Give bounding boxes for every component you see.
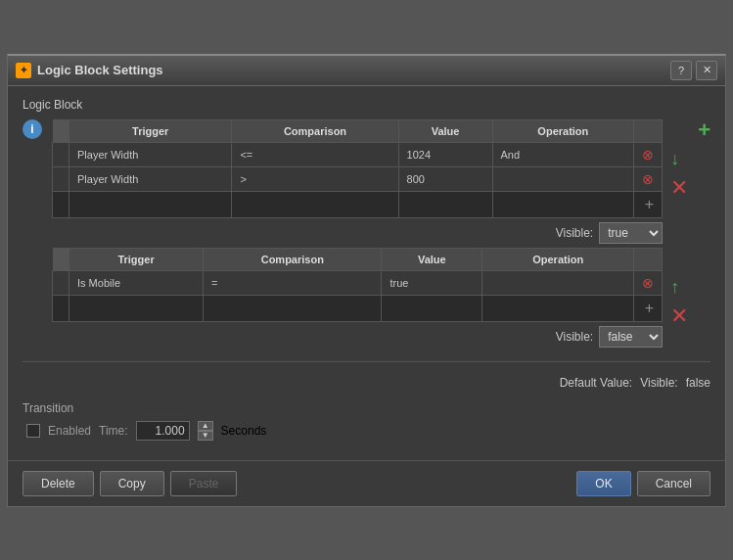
col-comparison-2: Comparison xyxy=(204,248,382,270)
close-button[interactable]: ✕ xyxy=(696,61,717,80)
table-row: Is Mobile = true ⊗ xyxy=(53,270,663,295)
block1-row: Trigger Comparison Value Operation xyxy=(52,119,688,248)
block1-table: Trigger Comparison Value Operation xyxy=(52,119,663,218)
table-row: Player Width <= 1024 And ⊗ xyxy=(53,142,663,166)
delete-block-button-1[interactable]: ✕ xyxy=(670,175,688,201)
add-row: + xyxy=(53,191,663,217)
divider xyxy=(23,361,710,362)
col-trigger-1: Trigger xyxy=(69,119,232,142)
row-handle[interactable] xyxy=(53,166,69,191)
footer-buttons: Delete Copy Paste OK Cancel xyxy=(8,460,725,506)
col-value-1: Value xyxy=(398,119,492,142)
top-row: i Trigger Comparison Value xyxy=(23,119,710,351)
add-row-button[interactable]: + xyxy=(634,191,663,217)
app-icon: ✦ xyxy=(16,63,31,78)
add-row-button[interactable]: + xyxy=(634,295,663,321)
transition-label: Transition xyxy=(23,401,710,415)
block2-table: Trigger Comparison Value Operation xyxy=(52,248,663,322)
remove-row-button[interactable]: ⊗ xyxy=(634,142,663,166)
operation-cell xyxy=(492,166,634,191)
visible-label-2: Visible: xyxy=(556,330,593,344)
spin-up-button[interactable]: ▲ xyxy=(198,421,213,431)
block1-container: Trigger Comparison Value Operation xyxy=(52,119,663,248)
copy-button[interactable]: Copy xyxy=(100,471,164,496)
footer-right: OK Cancel xyxy=(576,471,710,496)
default-visible-value: false xyxy=(686,376,710,390)
spin-down-button[interactable]: ▼ xyxy=(198,431,213,441)
time-label: Time: xyxy=(99,424,128,438)
paste-button[interactable]: Paste xyxy=(170,471,238,496)
delete-block-button-2[interactable]: ✕ xyxy=(670,303,688,329)
comparison-cell: = xyxy=(204,270,382,295)
transition-section: Transition Enabled Time: ▲ ▼ Seconds xyxy=(23,401,710,441)
visible-select-1[interactable]: true false xyxy=(599,222,663,244)
operation-cell xyxy=(482,270,634,295)
default-value-row: Default Value: Visible: false xyxy=(23,372,710,394)
remove-row-button[interactable]: ⊗ xyxy=(634,270,663,295)
comparison-cell: <= xyxy=(232,142,398,166)
trigger-cell: Player Width xyxy=(69,142,232,166)
title-bar-left: ✦ Logic Block Settings xyxy=(16,63,163,78)
move-up-button-2[interactable]: ↑ xyxy=(670,277,688,298)
value-cell: 1024 xyxy=(398,142,492,166)
block2-side-controls: ↑ ✕ xyxy=(670,248,688,329)
col-operation-2: Operation xyxy=(482,248,634,270)
block2-container: Trigger Comparison Value Operation xyxy=(52,248,663,351)
visible-select-2[interactable]: true false xyxy=(599,326,663,348)
row-handle[interactable] xyxy=(53,142,69,166)
title-bar-buttons: ? ✕ xyxy=(670,61,717,80)
operation-cell: And xyxy=(492,142,634,166)
block2-row: Trigger Comparison Value Operation xyxy=(52,248,688,351)
enabled-checkbox[interactable] xyxy=(26,424,40,438)
content-area: Logic Block i Trigger Compariso xyxy=(8,86,725,452)
col-comparison-1: Comparison xyxy=(232,119,398,142)
remove-row-button[interactable]: ⊗ xyxy=(634,166,663,191)
block1-side-controls: ↓ ✕ xyxy=(670,119,688,201)
trigger-cell: Is Mobile xyxy=(69,270,204,295)
ok-button[interactable]: OK xyxy=(576,471,630,496)
time-spinner: ▲ ▼ xyxy=(198,421,213,441)
logic-block-settings-dialog: ✦ Logic Block Settings ? ✕ Logic Block i xyxy=(7,54,726,507)
default-value-label: Default Value: xyxy=(560,376,633,390)
value-cell: 800 xyxy=(398,166,492,191)
default-visible-label: Visible: xyxy=(640,376,677,390)
col-trigger-2: Trigger xyxy=(69,248,204,270)
seconds-label: Seconds xyxy=(221,424,267,438)
table-row: Player Width > 800 ⊗ xyxy=(53,166,663,191)
cancel-button[interactable]: Cancel xyxy=(637,471,710,496)
transition-row: Enabled Time: ▲ ▼ Seconds xyxy=(23,421,710,441)
footer-left: Delete Copy Paste xyxy=(23,471,237,496)
col-value-2: Value xyxy=(382,248,482,270)
info-icon[interactable]: i xyxy=(23,119,42,139)
comparison-cell: > xyxy=(232,166,398,191)
dialog-title: Logic Block Settings xyxy=(37,63,163,77)
trigger-cell: Player Width xyxy=(69,166,232,191)
block2-controls: Visible: true false xyxy=(52,322,663,351)
visible-label-1: Visible: xyxy=(556,226,593,240)
move-down-button-1[interactable]: ↓ xyxy=(670,149,688,169)
section-label: Logic Block xyxy=(23,98,710,112)
row-handle[interactable] xyxy=(53,270,69,295)
time-input[interactable] xyxy=(136,421,190,441)
help-button[interactable]: ? xyxy=(670,61,692,80)
add-row: + xyxy=(53,295,663,321)
title-bar: ✦ Logic Block Settings ? ✕ xyxy=(8,56,725,86)
value-cell: true xyxy=(382,270,482,295)
conditions-area: Trigger Comparison Value Operation xyxy=(42,119,698,351)
delete-button[interactable]: Delete xyxy=(23,471,94,496)
col-operation-1: Operation xyxy=(492,119,634,142)
add-block-button[interactable]: + xyxy=(698,119,710,141)
enabled-label: Enabled xyxy=(48,424,91,438)
block1-controls: Visible: true false xyxy=(52,218,663,248)
